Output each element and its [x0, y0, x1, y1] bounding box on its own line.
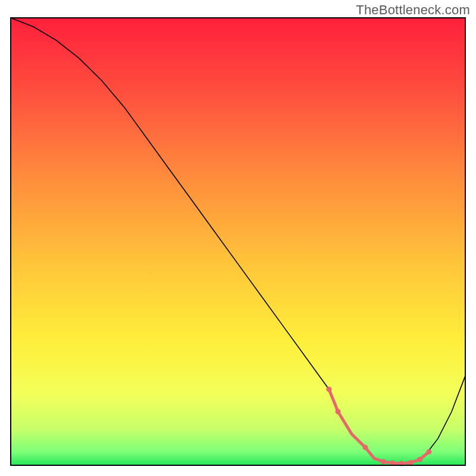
- highlight-dot: [362, 444, 368, 450]
- bottleneck-chart: [0, 0, 476, 476]
- highlight-dot: [426, 449, 431, 455]
- highlight-dot: [336, 409, 341, 414]
- highlight-dot: [408, 460, 414, 465]
- highlight-dot: [381, 459, 386, 464]
- chart-canvas: TheBottleneck.com: [0, 0, 476, 476]
- gradient-background: [11, 18, 465, 465]
- highlight-dot: [326, 387, 331, 392]
- highlight-dot: [417, 457, 422, 462]
